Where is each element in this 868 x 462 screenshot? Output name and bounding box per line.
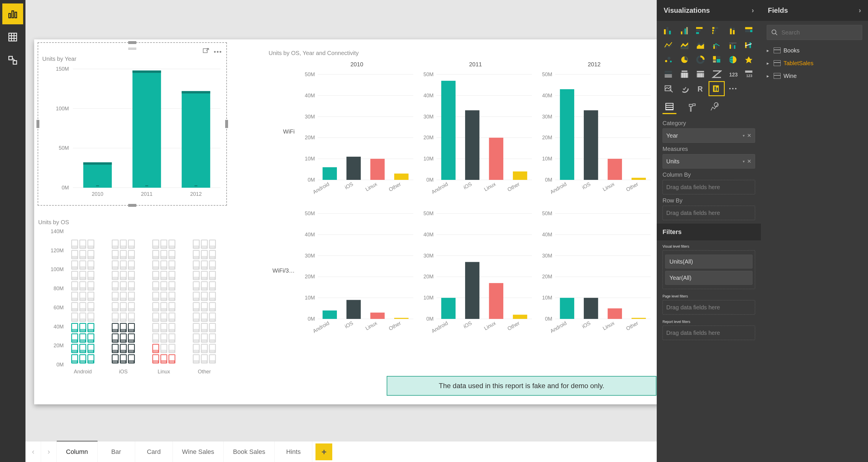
svg-rect-150 xyxy=(465,262,479,319)
svg-text:40M: 40M xyxy=(424,232,434,237)
svg-text:Android: Android xyxy=(431,320,449,334)
page-tab[interactable]: Hints xyxy=(275,441,312,462)
dataset-item[interactable]: ▸TabletSales xyxy=(767,57,862,69)
svg-rect-110 xyxy=(584,110,598,180)
viz-type-thumb[interactable] xyxy=(678,24,691,37)
well-measures[interactable]: Units ▾ ✕ xyxy=(662,154,755,169)
model-view-icon[interactable] xyxy=(2,50,23,71)
viz-type-thumb[interactable] xyxy=(726,24,740,37)
viz-type-thumb[interactable] xyxy=(661,39,675,52)
svg-text:40M: 40M xyxy=(424,93,434,98)
filters-report-drop[interactable]: Drag data fields here xyxy=(662,325,755,340)
dataset-item[interactable]: ▸Wine xyxy=(767,69,862,82)
svg-rect-74 xyxy=(394,174,409,180)
page-tab[interactable]: Wine Sales xyxy=(173,441,224,462)
report-view-icon[interactable] xyxy=(2,3,23,24)
viz-type-thumb[interactable] xyxy=(710,68,723,81)
svg-text:iOS: iOS xyxy=(119,369,128,375)
page-tab[interactable]: Column xyxy=(57,441,97,462)
viz-type-thumb[interactable] xyxy=(710,53,723,66)
format-mode-icon[interactable] xyxy=(685,100,699,114)
svg-rect-108 xyxy=(560,89,575,180)
viz-type-thumb[interactable] xyxy=(742,24,756,37)
dataset-item[interactable]: ▸Books xyxy=(767,44,862,57)
focus-mode-icon[interactable] xyxy=(201,46,211,56)
viz-type-thumb[interactable] xyxy=(710,39,723,52)
svg-rect-152 xyxy=(489,283,504,319)
svg-text:Android: Android xyxy=(549,181,568,195)
well-category[interactable]: Year ▾ ✕ xyxy=(662,128,755,143)
dropdown-caret-icon[interactable]: ▾ xyxy=(743,159,745,164)
tab-next-button[interactable]: › xyxy=(41,441,57,462)
viz-type-thumb[interactable] xyxy=(661,68,675,81)
report-canvas[interactable]: ••• Units by Year 0M50M100M150M201020112… xyxy=(26,0,657,462)
filter-chip[interactable]: Units(All) xyxy=(665,255,752,268)
viz-type-thumb[interactable] xyxy=(693,53,707,66)
viz-type-thumb[interactable] xyxy=(661,24,675,37)
svg-rect-205 xyxy=(730,45,731,49)
viz-type-thumb[interactable] xyxy=(678,53,691,66)
viz-type-thumb[interactable] xyxy=(661,82,675,95)
page-tab[interactable]: Card xyxy=(135,441,173,462)
well-rowby[interactable]: Drag data fields here xyxy=(662,206,755,220)
viz-type-thumb[interactable] xyxy=(678,39,691,52)
expand-icon[interactable]: ▸ xyxy=(767,61,772,66)
remove-icon[interactable]: ✕ xyxy=(747,133,751,139)
viz-type-thumb[interactable] xyxy=(710,82,723,95)
viz-type-thumb[interactable]: 123 xyxy=(726,68,740,81)
page-tab[interactable]: Bar xyxy=(97,441,135,462)
svg-rect-90 xyxy=(465,110,479,180)
small-multiple-cell: 0M10M20M30M40M50MAndroidiOSLinuxOther xyxy=(535,71,654,200)
fields-mode-icon[interactable] xyxy=(662,100,676,114)
viz-type-thumb[interactable] xyxy=(693,24,707,37)
drag-handle-icon[interactable] xyxy=(128,48,136,50)
visual-more-icon[interactable]: ••• xyxy=(213,47,223,57)
viz-type-thumb[interactable] xyxy=(710,24,723,37)
svg-text:Linux: Linux xyxy=(157,369,170,375)
svg-text:50M: 50M xyxy=(59,145,69,151)
visual-small-multiples[interactable]: Units by OS, Year and Connectivity 20102… xyxy=(269,50,654,386)
svg-text:40M: 40M xyxy=(305,93,315,98)
data-view-icon[interactable] xyxy=(2,27,23,48)
viz-type-thumb[interactable] xyxy=(726,39,740,52)
pane-title: Fields xyxy=(768,6,788,15)
expand-icon[interactable]: ▸ xyxy=(767,73,772,79)
svg-text:iOS: iOS xyxy=(463,181,473,190)
fields-search[interactable] xyxy=(767,25,862,40)
viz-type-thumb[interactable] xyxy=(678,82,691,95)
svg-text:80M: 80M xyxy=(54,286,64,291)
tab-add-button[interactable]: + xyxy=(312,441,336,462)
viz-type-thumb[interactable] xyxy=(693,39,707,52)
viz-type-thumb[interactable] xyxy=(726,53,740,66)
page-tab[interactable]: Book Sales xyxy=(224,441,275,462)
svg-text:100M: 100M xyxy=(56,106,69,112)
tab-prev-button[interactable]: ‹ xyxy=(26,441,41,462)
viz-type-thumb[interactable]: R xyxy=(693,82,707,95)
viz-type-thumb[interactable] xyxy=(742,39,756,52)
collapse-pane-icon[interactable]: › xyxy=(859,6,861,15)
svg-text:2011: 2011 xyxy=(141,191,153,197)
fields-pane: Fields › ▸Books▸TabletSales▸Wine xyxy=(761,0,868,462)
viz-type-thumb[interactable] xyxy=(726,82,740,95)
svg-text:10M: 10M xyxy=(424,156,434,162)
viz-type-thumb[interactable] xyxy=(678,68,691,81)
analytics-mode-icon[interactable] xyxy=(708,100,721,114)
viz-type-thumb[interactable] xyxy=(661,53,675,66)
search-input[interactable] xyxy=(781,29,858,36)
visual-units-by-year[interactable]: ••• Units by Year 0M50M100M150M201020112… xyxy=(38,43,226,205)
filter-chip[interactable]: Year(All) xyxy=(665,271,752,285)
svg-rect-154 xyxy=(513,315,527,319)
well-columnby[interactable]: Drag data fields here xyxy=(662,180,755,194)
svg-text:iOS: iOS xyxy=(463,320,473,329)
visual-units-by-os[interactable]: Units by OS 0M20M40M60M80M100M120M140MAn… xyxy=(38,219,235,387)
viz-type-thumb[interactable]: 123 xyxy=(742,68,756,81)
viz-type-thumb[interactable] xyxy=(693,68,707,81)
svg-text:20M: 20M xyxy=(54,343,64,348)
expand-icon[interactable]: ▸ xyxy=(767,48,772,53)
filters-page-drop[interactable]: Drag data fields here xyxy=(662,300,755,315)
remove-icon[interactable]: ✕ xyxy=(747,158,751,165)
dropdown-caret-icon[interactable]: ▾ xyxy=(743,133,745,138)
well-label-rowby: Row By xyxy=(662,197,755,204)
collapse-pane-icon[interactable]: › xyxy=(752,6,754,15)
viz-type-thumb[interactable] xyxy=(742,53,756,66)
